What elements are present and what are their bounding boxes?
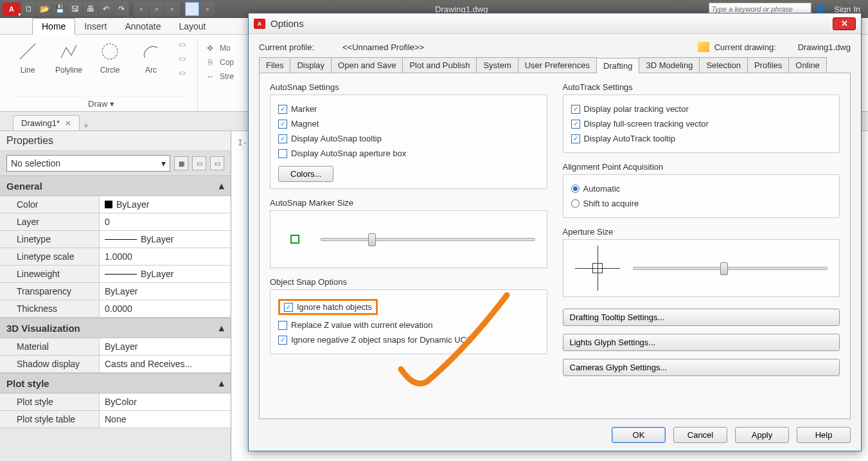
ok-button[interactable]: OK: [612, 427, 666, 443]
checkbox-row[interactable]: Ignore negative Z object snaps for Dynam…: [278, 332, 539, 347]
property-row[interactable]: ColorByLayer: [0, 196, 231, 213]
qat-icon[interactable]: ▫: [165, 2, 179, 16]
help-button[interactable]: Help: [797, 427, 851, 443]
options-tab-profiles[interactable]: Profiles: [747, 57, 789, 73]
tool-circle[interactable]: Circle: [94, 39, 126, 75]
new-tab-button[interactable]: +: [84, 120, 89, 131]
colors-button[interactable]: Colors...: [278, 166, 333, 182]
property-value[interactable]: 0.0000: [100, 300, 231, 317]
checkbox-row[interactable]: Display full-screen tracking vector: [571, 116, 832, 131]
qat-save-icon[interactable]: 💾: [53, 2, 67, 16]
apply-button[interactable]: Apply: [735, 427, 789, 443]
marker-size-slider[interactable]: [321, 238, 535, 241]
checkbox-row[interactable]: Display AutoSnap aperture box: [278, 146, 539, 161]
property-row[interactable]: Linetype scale1.0000: [0, 248, 231, 266]
property-row[interactable]: LinetypeByLayer: [0, 231, 231, 248]
settings-button[interactable]: Lights Glyph Settings...: [563, 334, 840, 351]
qat-open-icon[interactable]: 📂: [37, 2, 51, 16]
prop-toolbar-btn[interactable]: ▭: [192, 156, 206, 170]
property-row[interactable]: MaterialByLayer: [0, 338, 231, 356]
tool-copy[interactable]: ⎘Cop: [204, 57, 249, 68]
tool-small[interactable]: ▭: [176, 39, 188, 50]
radio-row[interactable]: Shift to acquire: [571, 196, 832, 211]
qat-undo-icon[interactable]: ↶: [99, 2, 113, 16]
checkbox[interactable]: [571, 105, 580, 114]
property-value[interactable]: 0: [100, 213, 231, 230]
options-tab-drafting[interactable]: Drafting: [596, 58, 640, 73]
radio-button[interactable]: [571, 199, 580, 208]
ribbon-tab-home[interactable]: Home: [32, 18, 75, 35]
qat-saveas-icon[interactable]: 🖫: [68, 2, 82, 16]
property-row[interactable]: TransparencyByLayer: [0, 283, 231, 300]
settings-button[interactable]: Drafting Tooltip Settings...: [563, 309, 840, 326]
checkbox[interactable]: [278, 120, 287, 129]
options-tab-open-and-save[interactable]: Open and Save: [331, 57, 403, 73]
options-tab-plot-and-publish[interactable]: Plot and Publish: [402, 57, 477, 73]
property-value[interactable]: None: [100, 411, 231, 428]
qat-icon-active[interactable]: ▫: [185, 2, 199, 16]
qat-plot-icon[interactable]: 🖶: [84, 2, 98, 16]
checkbox-row[interactable]: Display AutoTrack tooltip: [571, 131, 832, 146]
property-value[interactable]: ByLayer: [100, 231, 231, 248]
property-row[interactable]: LineweightByLayer: [0, 266, 231, 283]
options-tab-online[interactable]: Online: [788, 57, 827, 73]
property-row[interactable]: Plot styleByColor: [0, 393, 231, 411]
options-tab-3d-modeling[interactable]: 3D Modeling: [639, 57, 700, 73]
property-value[interactable]: ByLayer: [100, 338, 231, 355]
qat-icon[interactable]: ▫: [134, 2, 148, 16]
checkbox-row[interactable]: Replace Z value with current elevation: [278, 318, 539, 332]
property-value[interactable]: ByLayer: [100, 266, 231, 282]
qat-redo-icon[interactable]: ↷: [114, 2, 128, 16]
radio-button[interactable]: [571, 185, 580, 193]
aperture-size-slider[interactable]: [633, 267, 828, 270]
prop-section-general[interactable]: General▴: [0, 176, 231, 196]
selection-combo[interactable]: No selection▾: [6, 155, 170, 172]
property-row[interactable]: Thickness0.0000: [0, 300, 231, 318]
checkbox[interactable]: [571, 120, 580, 129]
options-tab-system[interactable]: System: [476, 57, 518, 73]
qat-new-icon[interactable]: 🗋: [22, 2, 36, 16]
ribbon-tab-annotate[interactable]: Annotate: [116, 19, 170, 34]
property-value[interactable]: Casts and Receives...: [100, 356, 231, 372]
settings-button[interactable]: Cameras Glyph Settings...: [563, 359, 840, 376]
property-value[interactable]: ByColor: [100, 393, 231, 410]
prop-section-3d[interactable]: 3D Visualization▴: [0, 318, 231, 338]
checkbox-row[interactable]: Display AutoSnap tooltip: [278, 131, 539, 146]
property-value[interactable]: ByLayer: [100, 196, 231, 213]
app-menu-button[interactable]: A: [3, 3, 21, 15]
file-tab[interactable]: Drawing1* ✕: [13, 115, 80, 131]
property-row[interactable]: Plot style tableNone: [0, 411, 231, 428]
tool-small[interactable]: ▭: [176, 67, 188, 78]
checkbox[interactable]: [278, 149, 287, 158]
prop-toolbar-btn[interactable]: ▭: [210, 156, 224, 170]
radio-row[interactable]: Automatic: [571, 181, 832, 196]
checkbox-row[interactable]: Display polar tracking vector: [571, 102, 832, 116]
tool-arc[interactable]: Arc: [135, 39, 167, 75]
dialog-titlebar[interactable]: A Options ✕: [249, 14, 861, 34]
checkbox[interactable]: [278, 321, 287, 330]
tool-stretch[interactable]: ↔Stre: [204, 71, 249, 82]
checkbox[interactable]: [278, 134, 287, 143]
ribbon-tab-insert[interactable]: Insert: [75, 19, 116, 34]
tool-small[interactable]: ▭: [176, 53, 188, 64]
close-icon[interactable]: ✕: [65, 119, 71, 128]
options-tab-files[interactable]: Files: [259, 57, 290, 73]
checkbox[interactable]: [284, 303, 293, 312]
ribbon-tab-layout[interactable]: Layout: [170, 19, 215, 34]
checkbox-row[interactable]: Magnet: [278, 116, 539, 131]
tool-move[interactable]: ✥Mo: [204, 42, 249, 54]
options-tab-display[interactable]: Display: [290, 57, 332, 73]
checkbox[interactable]: [278, 336, 287, 345]
tool-polyline[interactable]: Polyline: [53, 39, 85, 75]
property-row[interactable]: Layer0: [0, 213, 231, 231]
tool-line[interactable]: Line: [12, 39, 44, 75]
prop-section-plot[interactable]: Plot style▴: [0, 373, 231, 393]
checkbox[interactable]: [571, 134, 580, 143]
prop-toolbar-btn[interactable]: ▦: [174, 156, 188, 170]
close-button[interactable]: ✕: [833, 17, 856, 30]
checkbox[interactable]: [278, 105, 287, 114]
checkbox-row[interactable]: Ignore hatch objects: [278, 296, 539, 318]
cancel-button[interactable]: Cancel: [673, 427, 727, 443]
qat-icon[interactable]: ▫: [150, 2, 164, 16]
checkbox-row[interactable]: Marker: [278, 102, 539, 116]
